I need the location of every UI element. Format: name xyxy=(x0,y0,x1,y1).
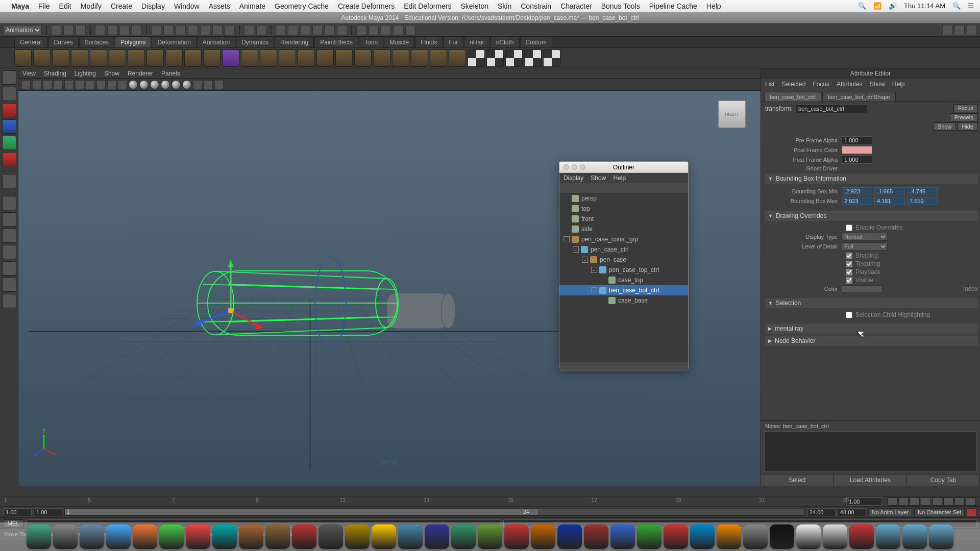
shelf-icon[interactable] xyxy=(430,49,447,67)
outliner-scrollbar[interactable] xyxy=(559,362,688,370)
statusline-icon[interactable] xyxy=(244,25,254,35)
statusline-icon[interactable] xyxy=(393,25,403,35)
lod-select[interactable]: Full xyxy=(842,242,888,251)
dock-app-mudbox1[interactable] xyxy=(239,524,263,549)
spotlight-icon[interactable]: 🔍 xyxy=(858,2,866,10)
vp-icon[interactable] xyxy=(150,80,159,89)
statusline-icon[interactable] xyxy=(288,25,298,35)
dock-app-folder[interactable] xyxy=(849,524,874,549)
vp-icon[interactable] xyxy=(161,80,170,89)
window-close-icon[interactable] xyxy=(564,164,569,170)
dock-app-fl[interactable] xyxy=(504,524,529,549)
playback-step-back[interactable] xyxy=(910,497,920,506)
mentalray-section-header[interactable]: ▶mental ray xyxy=(765,323,978,334)
menu-display[interactable]: Display xyxy=(141,2,165,10)
texturing-checkbox[interactable] xyxy=(846,261,852,267)
dock-app-launchpad[interactable] xyxy=(53,524,78,549)
outliner-item[interactable]: -pen_case_const_grp xyxy=(559,234,688,244)
menu-window[interactable]: Window xyxy=(174,2,200,10)
statusline-icon[interactable] xyxy=(225,25,235,35)
attr-focus-button[interactable]: Focus xyxy=(953,104,978,112)
menu-animate[interactable]: Animate xyxy=(239,2,265,10)
nodebehavior-section-header[interactable]: ▶Node Behavior xyxy=(765,336,978,346)
statusline-icon[interactable] xyxy=(256,25,266,35)
attr-menu-list[interactable]: List xyxy=(765,81,775,88)
shelf-icon[interactable] xyxy=(486,49,504,67)
vp-icon[interactable] xyxy=(54,80,63,89)
shelf-icon[interactable] xyxy=(411,49,428,67)
shelf-icon[interactable] xyxy=(71,49,88,67)
dock-app-ae[interactable] xyxy=(425,524,449,549)
attr-menu-focus[interactable]: Focus xyxy=(813,81,829,88)
playback-play-back[interactable] xyxy=(921,497,931,506)
app-name[interactable]: Maya xyxy=(11,2,29,10)
statusline-icon[interactable] xyxy=(163,25,174,35)
shelf-icon[interactable] xyxy=(316,49,334,67)
vp-menu-lighting[interactable]: Lighting xyxy=(75,70,96,77)
dock-app-preview[interactable] xyxy=(823,524,847,549)
dock-app-missioncontrol[interactable] xyxy=(80,524,104,549)
bbox-min-x[interactable] xyxy=(842,187,872,195)
range-bar[interactable]: 1 24 xyxy=(64,509,805,516)
tool-layout[interactable] xyxy=(2,229,16,243)
sel-child-hl-checkbox[interactable] xyxy=(846,312,852,318)
menu-editdef[interactable]: Edit Deformers xyxy=(404,2,451,10)
tool-scale[interactable] xyxy=(2,152,16,166)
vp-icon[interactable] xyxy=(182,80,191,89)
shelf-icon[interactable] xyxy=(260,49,277,67)
tool-layout[interactable] xyxy=(2,261,16,276)
playback-step-fwd[interactable] xyxy=(943,497,953,506)
shelf-tab-animation[interactable]: Animation xyxy=(197,37,235,47)
shelf-tab-curves[interactable]: Curves xyxy=(48,37,79,47)
statusline-icon[interactable] xyxy=(312,25,323,35)
bbox-min-y[interactable] xyxy=(874,187,905,195)
statusline-icon[interactable] xyxy=(76,25,86,35)
statusline-icon[interactable] xyxy=(942,25,952,35)
tool-move[interactable] xyxy=(2,119,16,134)
shelf-icon[interactable] xyxy=(392,49,409,67)
shelf-icon[interactable] xyxy=(222,49,239,67)
vp-menu-view[interactable]: View xyxy=(22,70,36,77)
shelf-icon[interactable] xyxy=(524,49,542,67)
shelf-tab-ncloth[interactable]: nCloth xyxy=(491,37,520,47)
vp-icon[interactable] xyxy=(21,80,31,89)
shelf-icon[interactable] xyxy=(33,49,51,67)
dock-app-vlc[interactable] xyxy=(717,524,741,549)
transform-name-input[interactable] xyxy=(796,104,867,113)
dock-app-pr[interactable] xyxy=(584,524,608,549)
attr-load-button[interactable]: Load Attributes xyxy=(834,474,907,486)
vp-menu-renderer[interactable]: Renderer xyxy=(128,70,153,77)
vp-icon[interactable] xyxy=(214,80,224,89)
shelf-icon[interactable] xyxy=(128,49,145,67)
dock-app-firefox[interactable] xyxy=(133,524,157,549)
expand-toggle-icon[interactable]: - xyxy=(573,246,579,253)
shelf-icon[interactable] xyxy=(184,49,202,67)
shelf-icon[interactable] xyxy=(505,49,523,67)
playback-go-end[interactable] xyxy=(966,497,976,506)
bbox-min-z[interactable] xyxy=(907,187,938,195)
shelf-icon[interactable] xyxy=(449,49,466,67)
statusline-icon[interactable] xyxy=(369,25,379,35)
shelf-icon[interactable] xyxy=(298,49,315,67)
menu-edit[interactable]: Edit xyxy=(59,2,71,10)
dock-app-ps[interactable] xyxy=(557,524,582,549)
wifi-icon[interactable]: 📶 xyxy=(873,2,881,10)
shelf-icon[interactable] xyxy=(468,49,485,67)
dock-app-dw[interactable] xyxy=(478,524,502,549)
vp-icon[interactable] xyxy=(64,80,74,89)
vp-icon[interactable] xyxy=(204,80,213,89)
dock-app-app1[interactable] xyxy=(318,524,343,549)
attr-tab-shape[interactable]: ben_case_bot_ctrlShape xyxy=(822,92,896,102)
attr-show-button[interactable]: Show xyxy=(933,122,957,131)
character-set-dropdown[interactable]: No Character Set xyxy=(914,508,965,516)
tool-layout-single[interactable] xyxy=(2,196,16,210)
shelf-icon[interactable] xyxy=(373,49,390,67)
selection-section-header[interactable]: ▼Selection xyxy=(765,298,978,308)
shelf-tab-fur[interactable]: Fur xyxy=(443,37,463,47)
shelf-icon[interactable] xyxy=(109,49,126,67)
outliner-item[interactable]: front xyxy=(559,214,688,224)
outliner-item[interactable]: case_base xyxy=(559,295,688,306)
statusline-icon[interactable] xyxy=(954,25,965,35)
menu-geocache[interactable]: Geometry Cache xyxy=(275,2,329,10)
menu-createdef[interactable]: Create Deformers xyxy=(338,2,395,10)
